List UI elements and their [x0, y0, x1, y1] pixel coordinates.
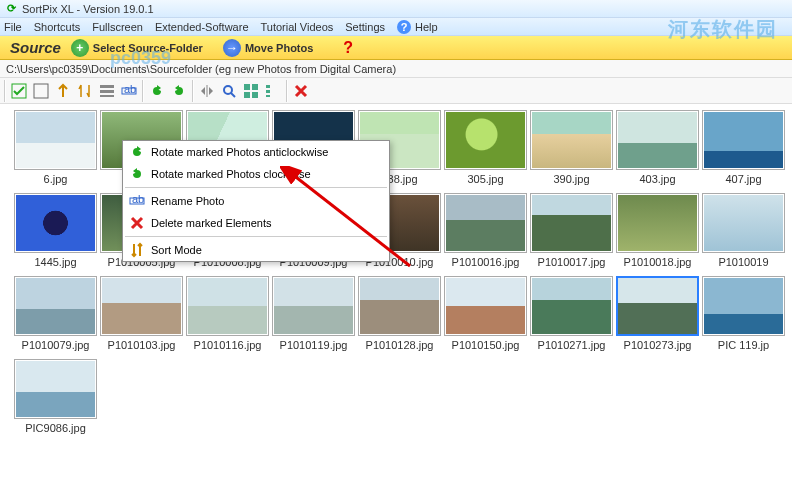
pathbar: C:\Users\pc0359\Documents\Sourcefolder (… — [0, 60, 792, 78]
thumbnail[interactable]: PIC 119.jp — [702, 276, 785, 351]
move-photos-button[interactable]: → Move Photos — [223, 39, 313, 57]
menu-sort-mode[interactable]: Sort Mode — [123, 239, 389, 261]
menu-rename[interactable]: ab Rename Photo — [123, 190, 389, 212]
tiles-button[interactable] — [240, 80, 262, 102]
thumbnail-label: P1010119.jpg — [280, 339, 348, 351]
zoom-button[interactable] — [218, 80, 240, 102]
thumbnail-label: 390.jpg — [553, 173, 589, 185]
menu-extended[interactable]: Extended-Software — [155, 21, 249, 33]
svg-rect-3 — [100, 90, 114, 93]
sort-down-button[interactable] — [74, 80, 96, 102]
list-button[interactable] — [262, 80, 284, 102]
delete-button[interactable] — [290, 80, 312, 102]
thumbnail[interactable]: P1010150.jpg — [444, 276, 527, 351]
thumbnail[interactable]: P1010119.jpg — [272, 276, 355, 351]
thumbnail[interactable]: P1010128.jpg — [358, 276, 441, 351]
thumbnail[interactable]: P1010017.jpg — [530, 193, 613, 268]
thumbnail-image — [616, 193, 699, 253]
thumbnail[interactable]: P1010018.jpg — [616, 193, 699, 268]
details-button[interactable] — [96, 80, 118, 102]
thumbnail[interactable]: 407.jpg — [702, 110, 785, 185]
thumbnail-image — [702, 276, 785, 336]
thumbnail[interactable]: P1010079.jpg — [14, 276, 97, 351]
menu-rotate-acw[interactable]: Rotate marked Photos anticlockwise — [123, 141, 389, 163]
thumbnail-image — [444, 276, 527, 336]
rename-icon: ab — [127, 193, 147, 209]
path-text: C:\Users\pc0359\Documents\Sourcefolder (… — [6, 63, 396, 75]
thumbnail-image — [14, 193, 97, 253]
separator — [286, 80, 288, 102]
menu-settings[interactable]: Settings — [345, 21, 385, 33]
plus-icon: + — [71, 39, 89, 57]
thumbnail-label: P1010018.jpg — [624, 256, 692, 268]
toolbar: ab — [0, 78, 792, 104]
svg-rect-12 — [244, 92, 250, 98]
rotate-acw-icon — [127, 144, 147, 160]
thumbnail[interactable]: P1010019 — [702, 193, 785, 268]
thumbnail[interactable]: P1010116.jpg — [186, 276, 269, 351]
menu-fullscreen[interactable]: Fullscreen — [92, 21, 143, 33]
thumbnail-image — [530, 193, 613, 253]
thumbnail-image — [14, 276, 97, 336]
thumbnail-image — [100, 276, 183, 336]
thumbnail-image — [616, 110, 699, 170]
menu-shortcuts[interactable]: Shortcuts — [34, 21, 80, 33]
menu-file[interactable]: File — [4, 21, 22, 33]
svg-rect-14 — [266, 85, 270, 88]
svg-line-9 — [231, 93, 235, 97]
thumbnail-image — [530, 276, 613, 336]
window-title: SortPix XL - Version 19.0.1 — [22, 3, 154, 15]
thumbnail-label: 1445.jpg — [34, 256, 76, 268]
menubar: File Shortcuts Fullscreen Extended-Softw… — [0, 18, 792, 36]
thumbnail[interactable]: PIC9086.jpg — [14, 359, 97, 434]
thumbnail-image — [702, 193, 785, 253]
check-all-button[interactable] — [8, 80, 30, 102]
rotate-cw-icon — [127, 166, 147, 182]
menu-tutorial[interactable]: Tutorial Videos — [261, 21, 334, 33]
thumbnail[interactable]: 403.jpg — [616, 110, 699, 185]
separator — [4, 80, 6, 102]
thumbnail[interactable]: P1010103.jpg — [100, 276, 183, 351]
context-menu: Rotate marked Photos anticlockwise Rotat… — [122, 140, 390, 262]
delete-icon — [127, 215, 147, 231]
menu-rotate-cw[interactable]: Rotate marked Photos clockwise — [123, 163, 389, 185]
sort-up-button[interactable] — [52, 80, 74, 102]
svg-rect-16 — [266, 95, 270, 97]
thumbnail[interactable]: 1445.jpg — [14, 193, 97, 268]
thumbnail-image — [14, 110, 97, 170]
thumbnail-label: P1010116.jpg — [194, 339, 262, 351]
thumbnail-label: P1010271.jpg — [538, 339, 606, 351]
thumbnail[interactable]: P1010016.jpg — [444, 193, 527, 268]
thumbnail-label: 403.jpg — [639, 173, 675, 185]
thumbnail[interactable]: P1010273.jpg — [616, 276, 699, 351]
uncheck-all-button[interactable] — [30, 80, 52, 102]
help-question-icon[interactable]: ? — [343, 39, 353, 57]
thumbnail-label: P1010103.jpg — [108, 339, 176, 351]
thumbnail[interactable]: 305.jpg — [444, 110, 527, 185]
thumbnail-image — [358, 276, 441, 336]
svg-rect-1 — [34, 84, 48, 98]
mirror-h-button[interactable] — [196, 80, 218, 102]
thumbnail[interactable]: 390.jpg — [530, 110, 613, 185]
menu-divider — [125, 187, 387, 188]
thumbnail-label: P1010019 — [718, 256, 768, 268]
titlebar: ⟳ SortPix XL - Version 19.0.1 — [0, 0, 792, 18]
thumbnail-label: PIC9086.jpg — [25, 422, 86, 434]
rotate-cw-button[interactable] — [168, 80, 190, 102]
thumbnail-image — [444, 193, 527, 253]
thumbnail[interactable]: 6.jpg — [14, 110, 97, 185]
menu-divider — [125, 236, 387, 237]
svg-text:ab: ab — [124, 83, 136, 95]
select-source-folder-button[interactable]: + Select Source-Folder — [71, 39, 203, 57]
thumbnail-label: P1010150.jpg — [452, 339, 520, 351]
menu-delete[interactable]: Delete marked Elements — [123, 212, 389, 234]
menu-help[interactable]: ? Help — [397, 20, 450, 34]
thumbnail-label: P1010016.jpg — [452, 256, 520, 268]
rotate-acw-button[interactable] — [146, 80, 168, 102]
thumbnail-image — [272, 276, 355, 336]
help-icon: ? — [397, 20, 411, 34]
svg-text:ab: ab — [132, 193, 144, 205]
thumbnail[interactable]: P1010271.jpg — [530, 276, 613, 351]
rename-button[interactable]: ab — [118, 80, 140, 102]
separator — [142, 80, 144, 102]
